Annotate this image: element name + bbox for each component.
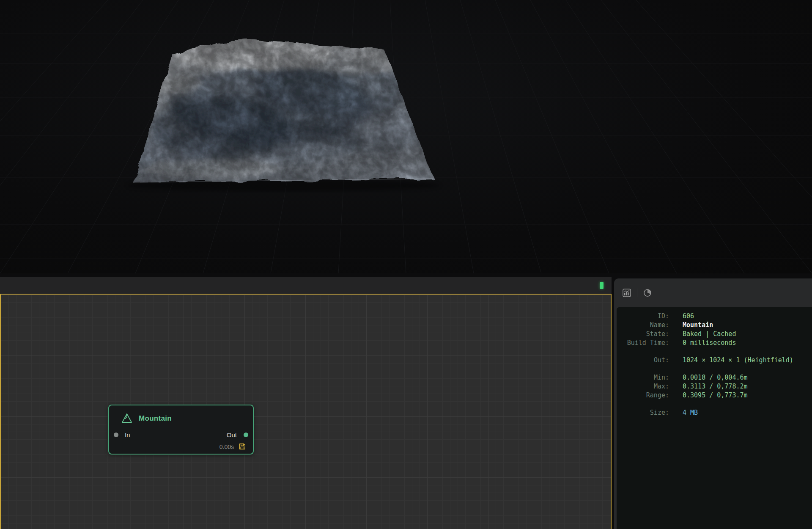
info-value: 4 MB xyxy=(683,408,698,417)
info-row-range: Range: 0.3095 / 0,773.7m xyxy=(617,391,812,400)
toolbar-divider xyxy=(637,289,637,297)
info-row-id: ID: 606 xyxy=(617,312,812,321)
info-row-max: Max: 0.3113 / 0,778.2m xyxy=(617,382,812,391)
info-row-out: Out: 1024 × 1024 × 1 (Heightfield) xyxy=(617,356,812,365)
save-icon[interactable] xyxy=(238,442,247,451)
info-label: Name: xyxy=(617,321,669,330)
node-graph-canvas[interactable]: Mountain In Out 0.00s xyxy=(0,294,612,529)
node-info-readout: ID: 606 Name: Mountain State: Baked | Ca… xyxy=(617,307,812,529)
info-value: 0.3095 / 0,773.7m xyxy=(683,391,748,400)
info-row-build-time: Build Time: 0 milliseconds xyxy=(617,339,812,347)
info-label: Build Time: xyxy=(617,339,669,347)
info-label: Range: xyxy=(617,391,669,400)
info-value: 0.0018 / 0,004.6m xyxy=(683,373,748,382)
spacer xyxy=(617,400,812,408)
node-editor-topbar xyxy=(0,277,612,294)
info-label: Out: xyxy=(617,356,669,365)
info-value: 0.3113 / 0,778.2m xyxy=(683,382,748,391)
histogram-icon[interactable] xyxy=(621,287,633,299)
info-panel: ID: 606 Name: Mountain State: Baked | Ca… xyxy=(614,278,812,529)
port-in-dot[interactable] xyxy=(114,433,118,437)
info-value: Mountain xyxy=(683,321,713,330)
spacer xyxy=(617,365,812,373)
info-value: 1024 × 1024 × 1 (Heightfield) xyxy=(683,356,793,365)
info-row-min: Min: 0.0018 / 0,004.6m xyxy=(617,373,812,382)
build-status-indicator xyxy=(600,282,604,289)
port-out-dot[interactable] xyxy=(244,433,248,437)
info-value: 0 milliseconds xyxy=(683,339,736,347)
info-value: 606 xyxy=(683,312,694,321)
info-label: ID: xyxy=(617,312,669,321)
info-label: State: xyxy=(617,330,669,339)
info-panel-toolbar xyxy=(614,278,812,307)
mountain-icon xyxy=(121,412,133,424)
viewport-3d[interactable] xyxy=(0,0,812,273)
port-out-label: Out xyxy=(227,431,237,438)
node-build-time: 0.00s xyxy=(219,444,234,450)
info-value: Baked | Cached xyxy=(683,330,736,339)
info-row-state: State: Baked | Cached xyxy=(617,330,812,339)
spacer xyxy=(617,347,812,356)
node-title: Mountain xyxy=(139,414,172,423)
node-editor-panel: Mountain In Out 0.00s xyxy=(0,277,612,529)
info-label: Min: xyxy=(617,373,669,382)
terrain-mesh xyxy=(118,25,453,195)
info-row-size: Size: 4 MB xyxy=(617,408,812,417)
info-row-name: Name: Mountain xyxy=(617,321,812,330)
info-label: Size: xyxy=(617,408,669,417)
node-mountain[interactable]: Mountain In Out 0.00s xyxy=(108,405,254,455)
info-label: Max: xyxy=(617,382,669,391)
viewport-canvas xyxy=(0,0,812,273)
port-in-label: In xyxy=(125,431,130,438)
pie-chart-icon[interactable] xyxy=(642,287,653,299)
